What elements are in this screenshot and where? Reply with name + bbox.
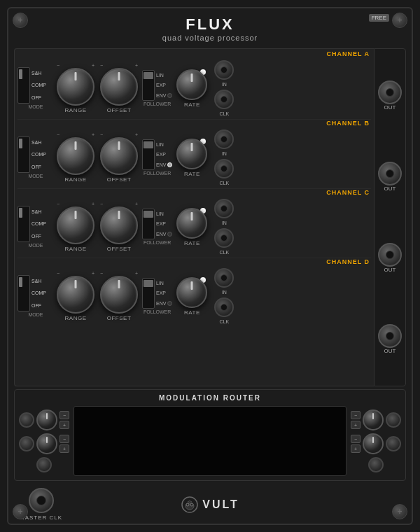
channel-c-clk-group: CLK (213, 227, 235, 255)
channel-a-offset-knob[interactable] (100, 68, 138, 106)
channel-b-range-minus: − (57, 132, 59, 137)
mod-left-jack-3[interactable] (36, 457, 52, 472)
channel-d-range-label: RANGE (65, 315, 87, 321)
channel-b-follower-switch[interactable] (142, 139, 155, 170)
channel-c-follower-switch[interactable] (142, 209, 155, 239)
channel-c-follower-label: FOLLOWER (144, 240, 171, 245)
channel-c-rate-knob[interactable] (176, 208, 207, 239)
vult-icon (181, 496, 198, 513)
channel-a-follower-switch[interactable] (142, 70, 155, 101)
mod-right-jack-2[interactable] (386, 436, 401, 451)
channel-d-jacks: IN CLK (213, 267, 235, 324)
out-d-jack[interactable] (378, 324, 402, 348)
channel-c-range-minus: − (57, 202, 59, 206)
mod-left-btn-plus-2[interactable]: + (59, 444, 69, 453)
channel-d-in-label: IN (222, 290, 227, 295)
out-b-jack[interactable] (378, 162, 402, 186)
channel-a-mode-label: MODE (18, 104, 54, 109)
channel-a-row: CHANNEL A S&H COMP OFF MODE (18, 50, 371, 120)
channel-d-rate-knob[interactable] (176, 277, 207, 308)
channel-d-clk-jack[interactable] (214, 298, 234, 317)
mod-left-jack-1[interactable] (19, 412, 34, 428)
out-c-jack[interactable] (378, 243, 402, 267)
channel-a-rate-label: RATE (184, 102, 200, 108)
channel-d-mode-switch[interactable] (18, 275, 30, 312)
channel-b-range-knob[interactable] (57, 137, 94, 175)
channel-c-exp: EXP (156, 221, 172, 226)
channel-c-offset-knob[interactable] (100, 206, 138, 244)
mod-right-knob-2[interactable] (363, 433, 384, 454)
channel-a-offset-label: OFFSET (107, 107, 132, 113)
channel-a-range-group: − + RANGE (57, 63, 94, 113)
channel-d-mode-sh: S&H (31, 279, 46, 284)
channel-d-range-knob[interactable] (57, 276, 94, 314)
channel-d-exp: EXP (156, 290, 172, 295)
channel-b-clk-jack[interactable] (214, 159, 234, 178)
channel-d-offset-knob[interactable] (100, 276, 138, 314)
channel-a-range-label: RANGE (65, 107, 87, 113)
channel-d-range-plus: + (92, 271, 94, 276)
master-clk-jack[interactable] (29, 488, 54, 513)
out-c-container: OUT (378, 243, 402, 273)
channel-b-lin: LIN (156, 142, 172, 147)
out-c-label: OUT (384, 267, 396, 273)
out-a-jack[interactable] (378, 80, 402, 104)
channel-b-follower-section: LIN EXP ENV FOLLOWER (142, 139, 172, 176)
mod-left-jack-2[interactable] (19, 436, 34, 451)
svg-point-3 (190, 503, 193, 506)
mod-router-title: MODULATION ROUTER (19, 394, 401, 402)
channel-c-jacks: IN CLK (213, 197, 235, 255)
channel-d-clk-label: CLK (220, 319, 230, 324)
channel-a-in-group: IN (213, 59, 235, 87)
channel-d-range-minus: − (57, 271, 59, 276)
channel-a-mode-off: OFF (31, 95, 46, 100)
mod-right-jack-1[interactable] (386, 412, 401, 428)
channel-c-in-label: IN (222, 220, 227, 225)
channel-a-clk-group: CLK (213, 88, 235, 116)
channel-a-mode-switch[interactable] (18, 67, 30, 104)
channel-b-in-group: IN (213, 128, 235, 156)
channel-a-in-jack[interactable] (214, 60, 234, 80)
channel-b-offset-knob[interactable] (100, 137, 138, 175)
mod-left-btn-minus-2[interactable]: − (59, 435, 69, 443)
channel-a-clk-jack[interactable] (214, 90, 234, 109)
channel-d-offset-minus: − (100, 271, 103, 276)
channel-d-rate-label: RATE (184, 309, 200, 316)
channel-c-mode-switch[interactable] (18, 206, 30, 242)
channel-a-label: CHANNEL A (326, 50, 370, 57)
module-title: FLUX (8, 15, 412, 34)
screw-top-left (13, 13, 28, 28)
channel-d-row: CHANNEL D S&H COMP OFF MODE (18, 258, 371, 327)
mod-right-btn-plus-1[interactable]: + (351, 421, 360, 429)
mod-left-knob-2[interactable] (36, 433, 57, 454)
mod-left-knob-1[interactable] (36, 410, 57, 430)
mod-left-btn-plus-1[interactable]: + (59, 421, 69, 429)
channel-d-mode-comp: COMP (31, 290, 46, 295)
channel-b-jacks: IN CLK (213, 128, 235, 186)
mod-right-knob-1[interactable] (363, 410, 384, 430)
mod-left-btn-minus-1[interactable]: − (59, 411, 69, 419)
mod-right-btn-minus-1[interactable]: − (351, 411, 360, 419)
mod-right-jack-3[interactable] (368, 457, 384, 472)
channel-d-in-jack[interactable] (214, 268, 234, 288)
channel-b-mode-switch[interactable] (18, 136, 30, 173)
channel-b-in-jack[interactable] (214, 130, 234, 149)
channel-a-rate-knob[interactable] (176, 69, 207, 100)
mod-right-controls: − + − + (351, 410, 401, 472)
channel-d-env-indicator (167, 301, 172, 306)
mod-right-btn-minus-2[interactable]: − (351, 435, 360, 443)
channel-b-rate-knob[interactable] (176, 139, 207, 169)
channel-b-clk-label: CLK (220, 181, 230, 186)
free-badge: FREE (369, 14, 389, 22)
mod-right-btn-plus-2[interactable]: + (351, 444, 360, 453)
header: FLUX quad voltage processor FREE (8, 8, 412, 46)
channel-c-in-jack[interactable] (214, 199, 234, 218)
channel-d-follower-switch[interactable] (142, 278, 155, 309)
channel-b-label: CHANNEL B (326, 120, 370, 127)
channel-a-range-knob[interactable] (57, 68, 94, 106)
channel-c-range-knob[interactable] (57, 206, 94, 244)
channel-c-range-group: − + RANGE (57, 202, 94, 252)
channel-b-env-indicator (167, 162, 172, 167)
channel-c-clk-jack[interactable] (214, 228, 234, 248)
modulation-router-panel: MODULATION ROUTER − + (14, 389, 406, 481)
